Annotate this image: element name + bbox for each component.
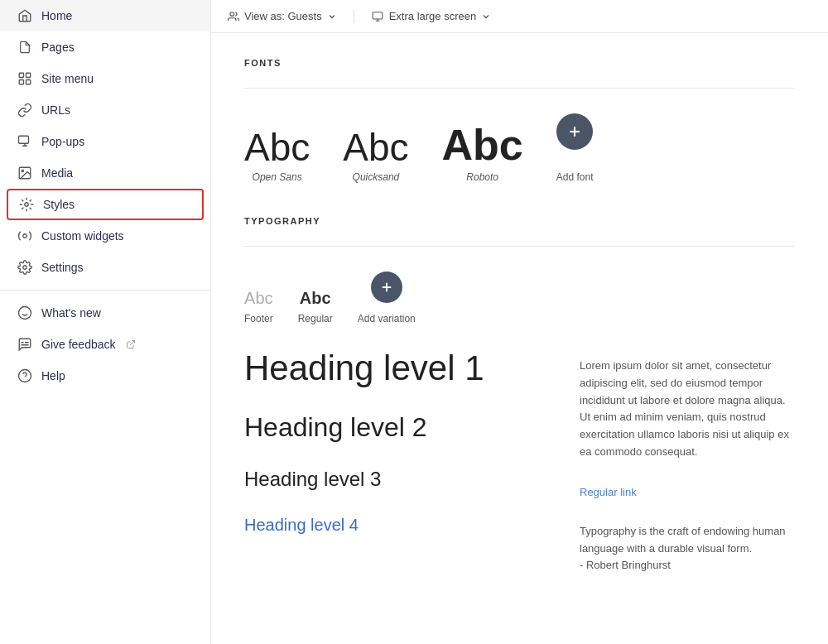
font-label-open-sans: Open Sans (253, 171, 302, 183)
add-variation-container: Add variation (358, 272, 416, 324)
svg-point-6 (22, 170, 23, 171)
screen-size-control[interactable]: Extra large screen (371, 10, 492, 22)
lorem-text: Lorem ipsum dolor sit amet, consectetur … (580, 358, 795, 461)
sidebar-label-help: Help (41, 369, 65, 382)
typo-item-footer[interactable]: Abc Footer (244, 289, 273, 324)
sidebar-label-whats-new: What's new (41, 306, 101, 320)
styles-icon (18, 196, 35, 213)
sidebar-divider (0, 290, 210, 291)
view-as-control[interactable]: View as: Guests (228, 10, 337, 22)
heading-4-preview: Heading level 4 (244, 516, 563, 535)
fonts-row: Abc Open Sans Abc Quicksand Abc Roboto A… (244, 113, 795, 183)
font-preview-open-sans: Abc (244, 128, 310, 166)
sidebar: Home Pages Site menu UR (0, 0, 211, 644)
sidebar-label-styles: Styles (43, 198, 75, 211)
screen-icon (371, 11, 384, 22)
guests-icon (228, 11, 239, 22)
headings-left: Heading level 1 Heading level 2 Heading … (244, 349, 563, 574)
svg-rect-3 (26, 80, 31, 84)
main-content: View as: Guests Extra large screen FONTS… (211, 0, 828, 644)
svg-rect-4 (19, 136, 29, 143)
typography-section-divider (244, 246, 795, 247)
heading-3-preview: Heading level 3 (244, 468, 563, 491)
popup-icon (17, 133, 33, 150)
sidebar-label-settings: Settings (41, 261, 84, 274)
sidebar-item-media[interactable]: Media (0, 157, 210, 189)
svg-point-13 (19, 370, 31, 382)
typography-row: Abc Footer Abc Regular Add variation (244, 272, 795, 324)
font-item-open-sans[interactable]: Abc Open Sans (244, 128, 310, 183)
svg-rect-16 (373, 12, 383, 18)
sidebar-item-home[interactable]: Home (0, 0, 210, 31)
sidebar-item-pop-ups[interactable]: Pop-ups (0, 126, 210, 157)
heading-1-preview: Heading level 1 (244, 349, 563, 387)
sidebar-label-pop-ups: Pop-ups (41, 135, 84, 148)
sidebar-item-custom-widgets[interactable]: Custom widgets (0, 220, 210, 252)
link-icon (17, 102, 33, 118)
headings-area: Heading level 1 Heading level 2 Heading … (244, 349, 795, 574)
font-item-roboto[interactable]: Abc Roboto (442, 123, 523, 183)
sidebar-item-help[interactable]: Help (0, 360, 210, 392)
sidebar-label-pages: Pages (41, 41, 75, 54)
sidebar-item-styles[interactable]: Styles (7, 189, 204, 220)
svg-point-15 (230, 12, 234, 16)
sidebar-label-site-menu: Site menu (41, 72, 94, 85)
view-as-chevron-icon (327, 12, 337, 22)
typo-item-regular[interactable]: Abc Regular (298, 289, 333, 324)
sidebar-item-settings[interactable]: Settings (0, 252, 210, 283)
svg-rect-1 (26, 73, 31, 77)
svg-point-9 (23, 266, 27, 270)
sidebar-item-pages[interactable]: Pages (0, 31, 210, 63)
sidebar-item-whats-new[interactable]: What's new (0, 297, 210, 329)
add-font-button[interactable] (556, 113, 593, 150)
font-preview-quicksand: Abc (343, 128, 408, 166)
add-variation-label: Add variation (358, 313, 416, 324)
view-as-label: View as: Guests (244, 10, 322, 22)
regular-link[interactable]: Regular link (580, 486, 795, 498)
typo-preview-footer: Abc (244, 289, 272, 308)
typo-preview-regular: Abc (300, 289, 331, 308)
sidebar-item-site-menu[interactable]: Site menu (0, 63, 210, 94)
widget-icon (17, 228, 33, 244)
sidebar-label-custom-widgets: Custom widgets (41, 229, 124, 243)
topbar-separator (354, 10, 354, 23)
font-label-roboto: Roboto (466, 171, 498, 183)
rocket-icon (17, 305, 33, 321)
fonts-section-divider (244, 88, 795, 89)
typography-section-title: TYPOGRAPHY (244, 216, 795, 226)
screen-size-chevron-icon (481, 12, 491, 22)
help-icon (17, 368, 33, 384)
home-icon (17, 7, 33, 24)
add-font-container: Add font (556, 113, 594, 183)
typo-label-footer: Footer (244, 313, 273, 324)
sidebar-label-home: Home (41, 9, 72, 22)
sidebar-label-give-feedback: Give feedback (41, 338, 116, 351)
svg-point-8 (23, 234, 27, 238)
svg-rect-2 (19, 80, 23, 84)
file-icon (17, 39, 33, 55)
heading-2-preview: Heading level 2 (244, 412, 563, 443)
screen-size-label: Extra large screen (389, 10, 477, 22)
external-link-icon (126, 339, 136, 349)
add-font-label: Add font (556, 171, 594, 183)
quote-text: Typography is the craft of endowing huma… (580, 523, 795, 574)
fonts-section-title: FONTS (244, 58, 795, 68)
sidebar-item-give-feedback[interactable]: Give feedback (0, 329, 210, 360)
plus-variation-icon (379, 280, 394, 295)
svg-line-12 (130, 341, 135, 346)
font-item-quicksand[interactable]: Abc Quicksand (343, 128, 408, 183)
sidebar-item-urls[interactable]: URLs (0, 94, 210, 126)
feedback-icon (17, 336, 33, 353)
sidebar-label-media: Media (41, 166, 73, 180)
svg-rect-0 (19, 73, 23, 77)
svg-point-7 (25, 203, 29, 207)
plus-icon (566, 123, 583, 140)
add-variation-button[interactable] (371, 272, 402, 303)
content-area: FONTS Abc Open Sans Abc Quicksand Abc Ro… (211, 33, 828, 644)
menu-icon (17, 70, 33, 87)
sidebar-label-urls: URLs (41, 103, 70, 117)
gear-icon (17, 259, 33, 276)
headings-right: Lorem ipsum dolor sit amet, consectetur … (563, 349, 795, 574)
topbar: View as: Guests Extra large screen (211, 0, 828, 33)
font-preview-roboto: Abc (442, 123, 523, 166)
